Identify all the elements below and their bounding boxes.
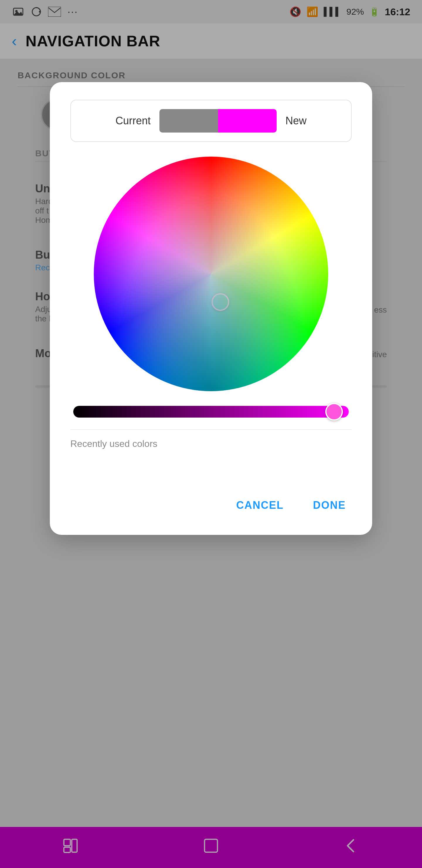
hue-slider-container[interactable] xyxy=(70,406,352,417)
current-color-swatch xyxy=(159,109,218,132)
color-wheel-selector[interactable] xyxy=(212,293,229,311)
color-swatch xyxy=(159,109,277,132)
new-color-swatch xyxy=(218,109,277,132)
modal-overlay: Current New Recently used colors xyxy=(0,0,422,868)
done-button[interactable]: DONE xyxy=(307,496,352,514)
color-wheel-container[interactable] xyxy=(70,157,352,391)
recently-used-label: Recently used colors xyxy=(70,438,352,449)
recently-used-section: Recently used colors xyxy=(70,438,352,478)
hue-slider-thumb[interactable] xyxy=(325,403,343,421)
current-label: Current xyxy=(116,115,151,127)
recently-colors-row xyxy=(70,455,352,478)
hue-slider-track[interactable] xyxy=(73,406,349,417)
color-preview-section: Current New xyxy=(70,100,352,142)
new-label: New xyxy=(286,115,306,127)
dialog-divider xyxy=(70,429,352,430)
color-picker-dialog: Current New Recently used colors xyxy=(50,82,372,535)
color-wheel[interactable] xyxy=(94,157,328,391)
cancel-button[interactable]: CANCEL xyxy=(230,496,290,514)
dialog-buttons: CANCEL DONE xyxy=(70,496,352,514)
